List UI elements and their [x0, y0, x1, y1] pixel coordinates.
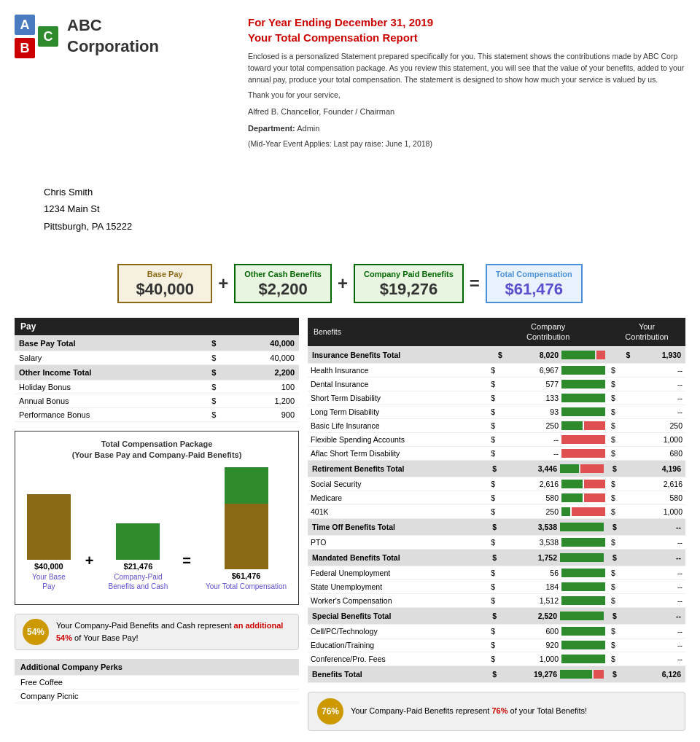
bar-base-pay: [27, 494, 71, 560]
logo-area: A B C ABC Corporation: [15, 15, 248, 58]
department-line: Department: Admin: [248, 122, 685, 135]
employee-name: Chris Smith: [44, 184, 233, 200]
main-content: Pay Base Pay Total $ 40,000 Salary $ 40,…: [15, 318, 685, 731]
header: A B C ABC Corporation For Year Ending De…: [15, 15, 685, 155]
summary-row: Base Pay $40,000 + Other Cash Benefits $…: [15, 264, 685, 303]
other-cash-box: Other Cash Benefits $2,200: [234, 264, 332, 303]
percent-badge: 54%: [23, 619, 49, 645]
left-panel: Pay Base Pay Total $ 40,000 Salary $ 40,…: [15, 318, 299, 731]
intro-text: Enclosed is a personalized Statement pre…: [248, 51, 685, 150]
pay-table: Pay Base Pay Total $ 40,000 Salary $ 40,…: [15, 318, 299, 422]
report-title: For Year Ending December 31, 2019 Your T…: [248, 15, 685, 45]
perks-table: Additional Company Perks Free Coffee Com…: [15, 659, 299, 703]
percent-text: Your Company-Paid Benefits and Cash repr…: [56, 620, 291, 644]
company-logo-icon: A B C: [15, 15, 58, 58]
total-comp-box: Total Compensation $61,476: [486, 264, 583, 303]
bottom-percent-section: 76% Your Company-Paid Benefits represent…: [308, 692, 685, 731]
company-benefits-box: Company Paid Benefits $19,276: [354, 264, 464, 303]
svg-text:A: A: [20, 17, 30, 32]
chart-title: Total Compensation Package (Your Base Pa…: [23, 439, 291, 461]
bar-company-benefits: [116, 523, 160, 560]
address-section: Chris Smith 1234 Main St Pittsburgh, PA …: [15, 169, 248, 249]
chart-section: Total Compensation Package (Your Base Pa…: [15, 431, 299, 605]
percent-section: 54% Your Company-Paid Benefits and Cash …: [15, 614, 299, 650]
right-panel: Benefits CompanyContribution YourContrib…: [308, 318, 685, 731]
company-name: ABC Corporation: [67, 15, 159, 57]
employee-address2: Pittsburgh, PA 15222: [44, 218, 233, 235]
benefits-table: Benefits CompanyContribution YourContrib…: [308, 318, 685, 683]
base-pay-box: Base Pay $40,000: [117, 264, 212, 303]
svg-text:C: C: [44, 29, 53, 44]
bar-total-top: [225, 467, 268, 504]
header-right: For Year Ending December 31, 2019 Your T…: [248, 15, 685, 155]
employee-address1: 1234 Main St: [44, 200, 233, 217]
bottom-percent-badge: 76%: [317, 698, 343, 725]
chart-bar-base: $40,000 Your BasePay: [27, 494, 71, 591]
bar-total-bottom: [225, 504, 268, 569]
bottom-percent-text: Your Company-Paid Benefits represent 76%…: [351, 705, 587, 717]
chart-area: $40,000 Your BasePay + $21,476 Company-P…: [23, 467, 291, 591]
svg-text:B: B: [20, 41, 30, 55]
chart-bar-company: $21,476 Company-PaidBenefits and Cash: [109, 523, 168, 591]
mid-year-line: (Mid-Year Event Applies: Last pay raise:…: [248, 138, 685, 150]
chart-bar-total: $61,476 Your Total Compensation: [206, 467, 287, 591]
